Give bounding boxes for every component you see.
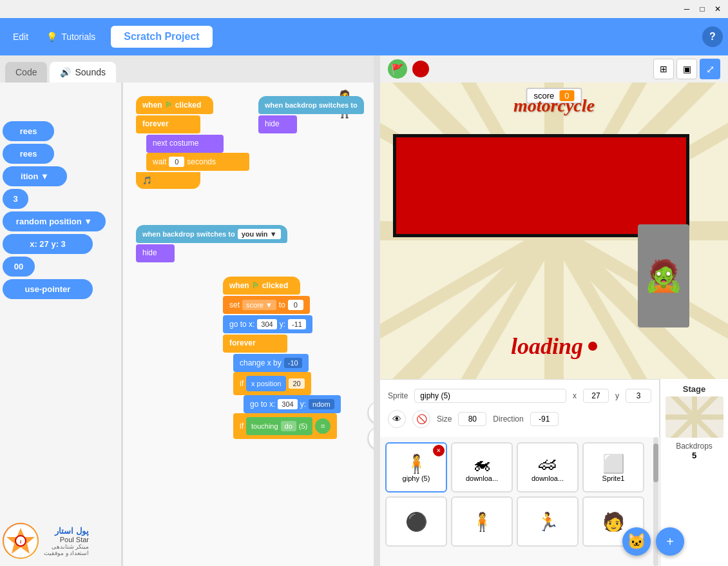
show-sprite-button[interactable]: 👁 (388, 410, 406, 428)
xpos-val[interactable]: 20 (289, 378, 304, 389)
score-value[interactable]: 0 (288, 300, 303, 310)
tab-bar: Code 🔊 Sounds (0, 55, 374, 83)
sprite-item-4[interactable]: ⬜ Sprite1 (582, 442, 644, 493)
stage-panel-title: Stage (683, 384, 705, 394)
green-flag-button[interactable]: 🚩 (388, 59, 407, 79)
project-name-input[interactable]: Scratch Project (111, 26, 212, 48)
category-use-pointer[interactable]: use-pointer (3, 279, 93, 299)
goto-block[interactable]: go to x: 304 y: -11 (223, 315, 312, 333)
tutorials-menu[interactable]: 💡 Tutorials (39, 28, 103, 46)
code-editor[interactable]: 🧍 when 🏳 clicked forever next costume wa… (122, 83, 374, 566)
sprite-info-panel: Sprite giphy (5) x 27 y 3 👁 🚫 Size 80 Di… (380, 379, 660, 437)
add-sprite-button[interactable]: 🐱 (622, 527, 651, 556)
sprite-item-5[interactable]: ⚫ (385, 496, 447, 547)
sprite-name-4: Sprite1 (602, 474, 625, 482)
x-position-block[interactable]: x position (246, 376, 286, 391)
stage-canvas[interactable]: score 0 motorcycle 🧟 loading (380, 83, 728, 379)
zoom-in-button[interactable]: + (368, 401, 374, 424)
change-x-label: change x by (240, 358, 282, 367)
character-icon: 🧟 (644, 258, 683, 294)
inner-blocks-2: change x by -10 if x position 20 go to x… (233, 354, 341, 439)
direction-value[interactable]: -91 (530, 412, 559, 426)
category-3[interactable]: 3 (3, 189, 28, 209)
change-x-val[interactable]: -10 (284, 358, 302, 368)
delete-sprite-1[interactable]: ✕ (433, 445, 445, 456)
logo-area: i پول استار Poul Star مینکر شتابدهیاستعد… (3, 518, 119, 563)
next-costume-block[interactable]: next costume (146, 135, 224, 153)
set-score-block[interactable]: set score ▼ to 0 (223, 296, 310, 314)
red-rectangle (393, 134, 689, 237)
sprite-icon-8: 🧑 (602, 511, 625, 532)
hide-sprite-button[interactable]: 🚫 (412, 410, 430, 428)
stage-layout-buttons: ⊞ ▣ ⤢ (653, 59, 720, 79)
script-3: when backdrop switches to you win ▼ hide (136, 224, 287, 262)
goto-x-2[interactable]: 304 (278, 399, 297, 409)
layout-small-button[interactable]: ⊞ (653, 59, 674, 79)
stop-button[interactable] (412, 61, 429, 77)
edit-menu[interactable]: Edit (5, 28, 36, 46)
inner-blocks: next costume wait 0 seconds (146, 135, 249, 171)
goto-label: go to x: (229, 320, 254, 329)
help-button[interactable]: ? (702, 26, 723, 47)
menu-bar: Edit 💡 Tutorials Scratch Project ? (0, 18, 728, 55)
logo-slogan: مینکر شتابدهیاستعداد و موفقیت (44, 543, 89, 556)
y-label: y (615, 391, 619, 400)
sprite-item-7[interactable]: 🏃 (517, 496, 579, 547)
sprite-scrollbar-thumb[interactable] (653, 444, 658, 482)
if-block-2[interactable]: if touching do (5) = (233, 413, 337, 439)
zoom-out-button[interactable]: − (368, 427, 374, 450)
x-value[interactable]: 27 (583, 389, 609, 403)
hide-block-1[interactable]: hide (258, 115, 297, 133)
goto-x[interactable]: 304 (257, 319, 276, 329)
if-block[interactable]: if x position 20 (233, 372, 311, 395)
category-random-position[interactable]: random position ▼ (3, 211, 106, 231)
forever-block-2[interactable]: forever (223, 335, 287, 353)
sounds-label: Sounds (75, 67, 105, 77)
minimize-button[interactable]: ─ (682, 4, 692, 14)
tab-sounds[interactable]: 🔊 Sounds (50, 62, 115, 83)
backdrop-hat-block[interactable]: when backdrop switches to (258, 96, 364, 114)
layout-medium-button[interactable]: ▣ (676, 59, 697, 79)
category-degrees[interactable]: rees (3, 121, 54, 141)
touching-block[interactable]: touching do (5) (246, 417, 312, 435)
stage-title: motorcycle (513, 95, 595, 116)
wait-value[interactable]: 0 (169, 157, 184, 167)
if-inner: go to x: 304 y: ndom (244, 395, 341, 413)
when-flag-block[interactable]: when 🏳 clicked (136, 96, 213, 114)
goto-block-2[interactable]: go to x: 304 y: ndom (244, 395, 341, 413)
backdrop-youwin-block[interactable]: when backdrop switches to you win ▼ (136, 225, 287, 243)
hide-block-2[interactable]: hide (136, 244, 175, 262)
youwin-dropdown[interactable]: you win ▼ (238, 229, 281, 239)
change-x-block[interactable]: change x by -10 (233, 354, 309, 372)
maximize-button[interactable]: □ (697, 4, 707, 14)
category-xy[interactable]: x: 27 y: 3 (3, 234, 93, 254)
sprite-item-6[interactable]: 🧍 (451, 496, 513, 547)
script-4: when 🏳 clicked set score ▼ to 0 go to x:… (223, 276, 341, 439)
sprite-item-3[interactable]: 🏎 downloa... (517, 442, 579, 493)
sprite-icon-3: 🏎 (539, 453, 557, 474)
sprite-item-2[interactable]: 🏍 downloa... (451, 442, 513, 493)
loading-dot (588, 342, 597, 351)
seconds-label: seconds (187, 157, 216, 166)
category-degrees2[interactable]: rees (3, 144, 54, 164)
score-dropdown[interactable]: score ▼ (242, 300, 276, 310)
sprite-row-2: 👁 🚫 Size 80 Direction -91 (388, 410, 651, 428)
fullscreen-button[interactable]: ⤢ (700, 59, 720, 79)
size-value[interactable]: 80 (458, 412, 486, 426)
y-value[interactable]: 3 (626, 389, 651, 403)
close-button[interactable]: ✕ (713, 4, 723, 14)
goto-y[interactable]: -11 (288, 319, 306, 329)
forever-block[interactable]: forever (136, 115, 200, 133)
script-1: when 🏳 clicked forever next costume wait… (136, 95, 249, 189)
stage-thumbnail[interactable] (666, 396, 723, 438)
sprite-item-1[interactable]: ✕ 🧍 giphy (5) (385, 442, 447, 493)
sprite-name-field[interactable]: giphy (5) (414, 389, 566, 403)
category-00[interactable]: 00 (3, 257, 35, 277)
add-backdrop-button[interactable]: + (656, 527, 684, 556)
clicked-label: clicked (175, 101, 202, 110)
goto-y-random[interactable]: ndom (309, 399, 334, 409)
tab-code[interactable]: Code (5, 62, 47, 83)
flag-block-2[interactable]: when 🏳 clicked (223, 277, 300, 295)
category-position[interactable]: ition ▼ (3, 166, 67, 186)
wait-block[interactable]: wait 0 seconds (146, 153, 249, 171)
